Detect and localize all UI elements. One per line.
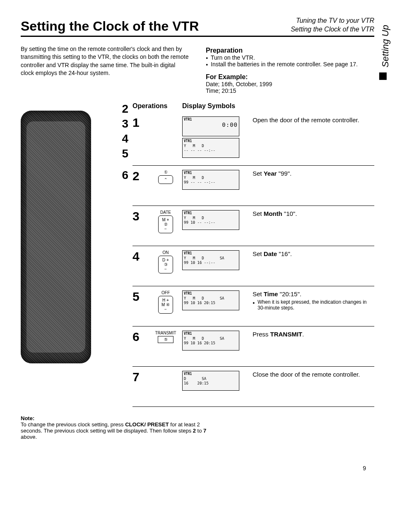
display-values: Y M D SA 99 10 16 --:--	[184, 256, 238, 265]
step-operation: OND + ③ −	[149, 250, 182, 273]
button-label: ON	[149, 250, 182, 255]
display-tag: VTR1	[184, 251, 238, 256]
remote-face	[26, 121, 85, 353]
callout-2: 2	[122, 102, 128, 116]
display-values: Y M D 99 10 -- --:--	[184, 216, 238, 225]
display-values: D SA 16 20:15	[184, 377, 238, 386]
display-tag: VTR1	[184, 372, 238, 376]
remote-button-icon: ⑤	[158, 336, 173, 343]
prep-item-1: Turn on the VTR.	[206, 54, 374, 61]
display-values: Y M D 99 -- -- --:--	[184, 176, 238, 185]
breadcrumb: Tuning the TV to your VTR Setting the Cl…	[291, 17, 374, 34]
display-tag: VTR1	[184, 118, 238, 122]
button-label: OFF	[149, 290, 182, 295]
preparation-heading: Preparation	[206, 47, 374, 54]
callout-5: 5	[122, 147, 128, 160]
button-label: TRANSMIT	[149, 331, 182, 335]
button-label: DATE	[149, 210, 182, 215]
step-row: 2①⌃ VTR1Y M D 99 -- -- --:--Set Year "99…	[132, 166, 374, 206]
example-time: Time; 20:15	[206, 87, 374, 94]
display-time: 0:00	[184, 121, 238, 128]
remote-button-icon: H + M ④ −	[158, 296, 173, 314]
step-description: Close the door of the remote controller.	[248, 371, 374, 378]
step-operation: DATEM + ② −	[149, 210, 182, 233]
display-tag: VTR1	[184, 211, 238, 215]
remote-illustration: 2 3 4 5 6	[21, 102, 128, 407]
step-row: 4OND + ③ −VTR1Y M D SA 99 10 16 --:--Set…	[132, 246, 374, 286]
step-operation: OFFH + M ④ −	[149, 290, 182, 314]
button-label: ①	[149, 170, 182, 174]
display-tag: VTR1	[184, 332, 238, 336]
callout-4: 4	[122, 132, 128, 145]
section-tab: Setting Up	[379, 25, 391, 80]
display-symbols-heading: Display Symbols	[182, 102, 248, 110]
lcd-display: VTR1Y M D SA 99 10 16 --:--	[182, 250, 239, 270]
step-row: 5OFFH + M ④ −VTR1Y M D SA 99 10 16 20:15…	[132, 286, 374, 326]
display-tag: VTR1	[184, 171, 238, 175]
note-block: Note: To change the previous clock setti…	[21, 415, 211, 440]
display-values: Y M D SA 99 10 16 20:15	[184, 296, 238, 305]
remote-body	[21, 111, 91, 363]
lcd-display: VTR1Y M D 99 10 -- --:--	[182, 210, 239, 230]
remote-button-icon: ⌃	[158, 175, 173, 184]
tab-label: Setting Up	[380, 25, 390, 68]
callout-6: 6	[122, 169, 128, 182]
step-number: 2	[132, 170, 149, 182]
prep-item-2: Install the batteries in the remote cont…	[206, 61, 374, 68]
step-description: Set Time "20:15".When it is kept pressed…	[248, 290, 374, 311]
step-row: 7VTR1D SA 16 20:15Close the door of the …	[132, 367, 374, 407]
step-number: 6	[132, 331, 149, 343]
step-description: Press TRANSMIT.	[248, 331, 374, 338]
display-tag: VTR1	[184, 139, 238, 143]
display-column: VTR1Y M D SA 99 10 16 --:--	[182, 250, 248, 272]
display-column: VTR1Y M D 99 10 -- --:--	[182, 210, 248, 232]
manual-page: Setting Up Setting the Clock of the VTR …	[0, 0, 395, 480]
page-number: 9	[21, 465, 374, 472]
note-text: To change the previous clock setting, pr…	[21, 421, 206, 440]
lcd-display: VTR1Y M D SA 99 10 16 20:15	[182, 290, 239, 310]
lcd-display: VTR1Y M D -- -- -- --:--	[182, 138, 239, 158]
steps-table: Operations Display Symbols 1VTR10:00VTR1…	[132, 102, 374, 407]
display-column: VTR1Y M D SA 99 10 16 20:15	[182, 290, 248, 312]
crumb-2: Setting the Clock of the VTR	[291, 25, 374, 34]
remote-button-icon: D + ③ −	[158, 256, 173, 273]
display-values: Y M D -- -- -- --:--	[184, 144, 238, 153]
lcd-display: VTR1Y M D 99 -- -- --:--	[182, 170, 239, 190]
step-number: 1	[132, 116, 149, 129]
operations-heading: Operations	[132, 102, 182, 110]
display-tag: VTR1	[184, 292, 238, 296]
step-number: 4	[132, 250, 149, 263]
step-operation: ①⌃	[149, 170, 182, 184]
step-row: 1VTR10:00VTR1Y M D -- -- -- --:--Open th…	[132, 112, 374, 166]
step-number: 3	[132, 210, 149, 222]
step-note: When it is kept pressed, the indication …	[253, 299, 374, 311]
tab-marker	[379, 73, 387, 80]
step-description: Set Year "99".	[248, 170, 374, 177]
intro-text: By setting the time on the remote contro…	[21, 45, 189, 94]
step-number: 7	[132, 371, 149, 383]
page-header: Setting the Clock of the VTR Tuning the …	[21, 17, 374, 37]
step-number: 5	[132, 290, 149, 303]
step-description: Set Month "10".	[248, 210, 374, 217]
step-operation: TRANSMIT⑤	[149, 331, 182, 344]
step-row: 6TRANSMIT⑤VTR1Y M D SA 99 10 16 20:15Pre…	[132, 326, 374, 367]
example-date: Date; 16th, October, 1999	[206, 81, 374, 87]
crumb-1: Tuning the TV to your VTR	[291, 17, 374, 25]
callout-3: 3	[122, 117, 128, 131]
display-column: VTR10:00VTR1Y M D -- -- -- --:--	[182, 116, 248, 160]
step-description: Open the door of the remote controller.	[248, 116, 374, 123]
display-column: VTR1Y M D SA 99 10 16 20:15	[182, 331, 248, 352]
display-values: Y M D SA 99 10 16 20:15	[184, 336, 238, 346]
example-heading: For Example:	[206, 73, 374, 81]
note-heading: Note:	[21, 415, 34, 421]
lcd-display: VTR1D SA 16 20:15	[182, 371, 239, 391]
step-row: 3DATEM + ② −VTR1Y M D 99 10 -- --:--Set …	[132, 206, 374, 246]
lcd-display: VTR10:00	[182, 116, 239, 136]
step-description: Set Date "16".	[248, 250, 374, 257]
lcd-display: VTR1Y M D SA 99 10 16 20:15	[182, 331, 239, 351]
display-column: VTR1D SA 16 20:15	[182, 371, 248, 392]
remote-button-icon: M + ② −	[158, 215, 173, 233]
display-column: VTR1Y M D 99 -- -- --:--	[182, 170, 248, 191]
page-title: Setting the Clock of the VTR	[21, 19, 199, 34]
